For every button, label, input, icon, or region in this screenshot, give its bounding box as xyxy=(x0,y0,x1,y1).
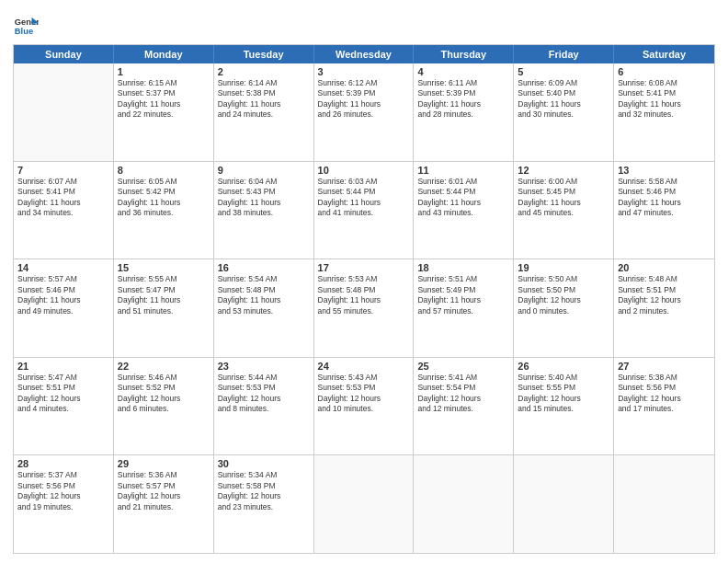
header-day-thursday: Thursday xyxy=(414,45,514,63)
cal-cell: 27Sunrise: 5:38 AM Sunset: 5:56 PM Dayli… xyxy=(614,358,714,455)
day-info: Sunrise: 5:48 AM Sunset: 5:51 PM Dayligh… xyxy=(618,274,711,316)
day-info: Sunrise: 5:54 AM Sunset: 5:48 PM Dayligh… xyxy=(218,274,310,316)
cal-cell: 16Sunrise: 5:54 AM Sunset: 5:48 PM Dayli… xyxy=(214,259,314,357)
day-number: 18 xyxy=(417,262,509,273)
day-number: 1 xyxy=(118,66,210,77)
day-number: 7 xyxy=(17,165,109,176)
cal-cell: 9Sunrise: 6:04 AM Sunset: 5:43 PM Daylig… xyxy=(214,162,314,259)
cal-cell: 29Sunrise: 5:36 AM Sunset: 5:57 PM Dayli… xyxy=(114,455,214,553)
cal-cell: 4Sunrise: 6:11 AM Sunset: 5:39 PM Daylig… xyxy=(414,63,514,161)
cal-cell xyxy=(414,455,514,553)
cal-cell: 13Sunrise: 5:58 AM Sunset: 5:46 PM Dayli… xyxy=(614,162,714,259)
day-number: 9 xyxy=(218,165,310,176)
day-number: 19 xyxy=(518,262,609,273)
calendar-header: SundayMondayTuesdayWednesdayThursdayFrid… xyxy=(14,45,714,63)
day-info: Sunrise: 6:05 AM Sunset: 5:42 PM Dayligh… xyxy=(118,177,210,219)
header-day-wednesday: Wednesday xyxy=(314,45,415,63)
day-info: Sunrise: 5:46 AM Sunset: 5:52 PM Dayligh… xyxy=(118,373,210,415)
day-info: Sunrise: 6:11 AM Sunset: 5:39 PM Dayligh… xyxy=(417,78,509,121)
day-info: Sunrise: 5:44 AM Sunset: 5:53 PM Dayligh… xyxy=(218,373,310,415)
cal-cell: 22Sunrise: 5:46 AM Sunset: 5:52 PM Dayli… xyxy=(114,358,214,455)
day-info: Sunrise: 6:04 AM Sunset: 5:43 PM Dayligh… xyxy=(218,177,310,219)
cal-cell xyxy=(14,63,114,161)
cal-cell: 20Sunrise: 5:48 AM Sunset: 5:51 PM Dayli… xyxy=(614,259,714,357)
day-info: Sunrise: 5:47 AM Sunset: 5:51 PM Dayligh… xyxy=(17,373,109,415)
day-number: 16 xyxy=(218,262,310,273)
day-number: 28 xyxy=(17,458,109,469)
cal-cell: 8Sunrise: 6:05 AM Sunset: 5:42 PM Daylig… xyxy=(114,162,214,259)
cal-cell: 28Sunrise: 5:37 AM Sunset: 5:56 PM Dayli… xyxy=(14,455,114,553)
day-info: Sunrise: 5:43 AM Sunset: 5:53 PM Dayligh… xyxy=(318,373,410,415)
cal-cell xyxy=(514,455,614,553)
day-info: Sunrise: 5:38 AM Sunset: 5:56 PM Dayligh… xyxy=(618,373,711,415)
day-info: Sunrise: 6:00 AM Sunset: 5:45 PM Dayligh… xyxy=(518,177,609,219)
header-day-tuesday: Tuesday xyxy=(214,45,314,63)
cal-cell: 25Sunrise: 5:41 AM Sunset: 5:54 PM Dayli… xyxy=(414,358,514,455)
day-number: 13 xyxy=(618,165,711,176)
week-row-5: 28Sunrise: 5:37 AM Sunset: 5:56 PM Dayli… xyxy=(14,455,714,553)
day-info: Sunrise: 5:57 AM Sunset: 5:46 PM Dayligh… xyxy=(17,274,109,316)
cal-cell: 17Sunrise: 5:53 AM Sunset: 5:48 PM Dayli… xyxy=(314,259,415,357)
day-info: Sunrise: 6:08 AM Sunset: 5:41 PM Dayligh… xyxy=(618,78,711,121)
day-number: 24 xyxy=(318,361,410,372)
week-row-3: 14Sunrise: 5:57 AM Sunset: 5:46 PM Dayli… xyxy=(14,259,714,358)
header: General Blue xyxy=(13,9,715,39)
cal-cell: 12Sunrise: 6:00 AM Sunset: 5:45 PM Dayli… xyxy=(514,162,614,259)
day-info: Sunrise: 6:15 AM Sunset: 5:37 PM Dayligh… xyxy=(118,78,210,121)
cal-cell: 3Sunrise: 6:12 AM Sunset: 5:39 PM Daylig… xyxy=(314,63,415,161)
day-number: 6 xyxy=(618,66,711,77)
header-day-monday: Monday xyxy=(114,45,214,63)
day-info: Sunrise: 5:51 AM Sunset: 5:49 PM Dayligh… xyxy=(417,274,509,316)
day-number: 29 xyxy=(118,458,210,469)
day-number: 27 xyxy=(618,361,711,372)
day-info: Sunrise: 5:34 AM Sunset: 5:58 PM Dayligh… xyxy=(218,470,310,512)
calendar-body: 1Sunrise: 6:15 AM Sunset: 5:37 PM Daylig… xyxy=(14,63,714,553)
cal-cell: 21Sunrise: 5:47 AM Sunset: 5:51 PM Dayli… xyxy=(14,358,114,455)
day-number: 17 xyxy=(318,262,410,273)
week-row-2: 7Sunrise: 6:07 AM Sunset: 5:41 PM Daylig… xyxy=(14,162,714,260)
header-day-friday: Friday xyxy=(514,45,614,63)
day-number: 14 xyxy=(17,262,109,273)
day-number: 23 xyxy=(218,361,310,372)
day-info: Sunrise: 5:55 AM Sunset: 5:47 PM Dayligh… xyxy=(118,274,210,316)
day-info: Sunrise: 6:09 AM Sunset: 5:40 PM Dayligh… xyxy=(518,78,609,121)
day-info: Sunrise: 5:40 AM Sunset: 5:55 PM Dayligh… xyxy=(518,373,609,415)
cal-cell: 10Sunrise: 6:03 AM Sunset: 5:44 PM Dayli… xyxy=(314,162,415,259)
day-info: Sunrise: 6:12 AM Sunset: 5:39 PM Dayligh… xyxy=(318,78,410,121)
cal-cell: 15Sunrise: 5:55 AM Sunset: 5:47 PM Dayli… xyxy=(114,259,214,357)
day-number: 10 xyxy=(318,165,410,176)
day-info: Sunrise: 6:01 AM Sunset: 5:44 PM Dayligh… xyxy=(417,177,509,219)
cal-cell: 2Sunrise: 6:14 AM Sunset: 5:38 PM Daylig… xyxy=(214,63,314,161)
header-day-sunday: Sunday xyxy=(14,45,114,63)
day-number: 12 xyxy=(518,165,609,176)
day-info: Sunrise: 5:58 AM Sunset: 5:46 PM Dayligh… xyxy=(618,177,711,219)
cal-cell: 19Sunrise: 5:50 AM Sunset: 5:50 PM Dayli… xyxy=(514,259,614,357)
svg-text:Blue: Blue xyxy=(15,27,33,36)
calendar: SundayMondayTuesdayWednesdayThursdayFrid… xyxy=(13,44,715,554)
cal-cell: 5Sunrise: 6:09 AM Sunset: 5:40 PM Daylig… xyxy=(514,63,614,161)
day-info: Sunrise: 5:41 AM Sunset: 5:54 PM Dayligh… xyxy=(417,373,509,415)
week-row-1: 1Sunrise: 6:15 AM Sunset: 5:37 PM Daylig… xyxy=(14,63,714,162)
cal-cell: 7Sunrise: 6:07 AM Sunset: 5:41 PM Daylig… xyxy=(14,162,114,259)
day-info: Sunrise: 6:07 AM Sunset: 5:41 PM Dayligh… xyxy=(17,177,109,219)
day-number: 5 xyxy=(518,66,609,77)
day-number: 8 xyxy=(118,165,210,176)
cal-cell: 6Sunrise: 6:08 AM Sunset: 5:41 PM Daylig… xyxy=(614,63,714,161)
cal-cell: 30Sunrise: 5:34 AM Sunset: 5:58 PM Dayli… xyxy=(214,455,314,553)
page: General Blue SundayMondayTuesdayWednesda… xyxy=(0,0,728,563)
day-info: Sunrise: 5:53 AM Sunset: 5:48 PM Dayligh… xyxy=(318,274,410,316)
day-number: 4 xyxy=(417,66,509,77)
day-number: 2 xyxy=(218,66,310,77)
day-number: 25 xyxy=(417,361,509,372)
day-number: 11 xyxy=(417,165,509,176)
day-number: 20 xyxy=(618,262,711,273)
day-number: 30 xyxy=(218,458,310,469)
day-number: 26 xyxy=(518,361,609,372)
day-info: Sunrise: 5:50 AM Sunset: 5:50 PM Dayligh… xyxy=(518,274,609,316)
day-info: Sunrise: 6:14 AM Sunset: 5:38 PM Dayligh… xyxy=(218,78,310,121)
day-number: 3 xyxy=(318,66,410,77)
cal-cell: 24Sunrise: 5:43 AM Sunset: 5:53 PM Dayli… xyxy=(314,358,415,455)
cal-cell xyxy=(314,455,415,553)
cal-cell: 23Sunrise: 5:44 AM Sunset: 5:53 PM Dayli… xyxy=(214,358,314,455)
cal-cell xyxy=(614,455,714,553)
